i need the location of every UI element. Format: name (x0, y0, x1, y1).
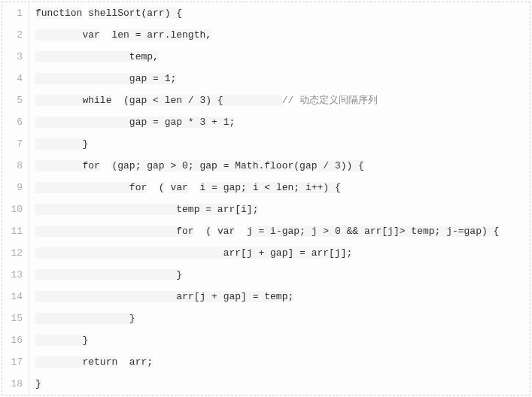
code-token: } (82, 138, 88, 150)
code-content: temp, (29, 46, 530, 68)
line-number: 16 (2, 329, 29, 351)
code-token (35, 117, 129, 128)
code-token: arr; (129, 356, 153, 368)
line-number: 3 (2, 46, 29, 68)
code-content: } (29, 329, 530, 351)
code-line: 2 var len = arr.length, (2, 24, 530, 46)
code-line: 1function shellSort(arr) { (2, 2, 530, 24)
code-token: var (170, 182, 187, 193)
code-content: } (29, 264, 530, 286)
line-number: 9 (2, 177, 29, 198)
code-token (100, 29, 112, 41)
code-token: while (82, 95, 111, 106)
code-line: 8 for (gap; gap > 0; gap = Math.floor(ga… (2, 155, 530, 177)
line-number: 14 (2, 286, 29, 308)
code-token (35, 29, 82, 41)
code-line: 4 gap = 1; (2, 68, 530, 89)
code-token (35, 313, 129, 324)
code-token: arr[j + gap] = arr[j]; (223, 247, 353, 259)
code-token (35, 138, 82, 150)
code-block: 1function shellSort(arr) {2 var len = ar… (2, 2, 530, 395)
code-line: 14 arr[j + gap] = temp; (2, 286, 530, 308)
code-content: } (29, 373, 530, 395)
code-token: for (82, 160, 99, 171)
line-number: 18 (2, 373, 29, 395)
code-token: } (176, 269, 182, 280)
code-token (35, 204, 176, 215)
line-number: 8 (2, 155, 29, 177)
code-content: gap = gap * 3 + 1; (29, 111, 530, 133)
code-token (35, 335, 82, 346)
code-line: 17 return arr; (2, 351, 530, 373)
code-token: temp = arr[i]; (176, 204, 258, 215)
code-content: function shellSort(arr) { (29, 2, 530, 24)
code-token: gap = 1; (129, 73, 176, 84)
code-token: return (82, 356, 117, 368)
line-number: 11 (2, 220, 29, 242)
code-token (35, 51, 129, 62)
code-token (35, 291, 176, 302)
code-token (35, 73, 129, 84)
code-token (100, 160, 112, 171)
code-token: } (35, 378, 41, 389)
code-token: temp, (129, 51, 159, 62)
code-line: 12 arr[j + gap] = arr[j]; (2, 242, 530, 264)
line-number: 2 (2, 24, 29, 46)
code-comment: // 动态定义间隔序列 (282, 95, 378, 106)
code-line: 15 } (2, 308, 530, 329)
code-content: } (29, 133, 530, 155)
code-token: arr[j + gap] = temp; (176, 291, 293, 302)
line-number: 1 (2, 2, 29, 24)
code-token: (gap; gap > 0; gap = Math.floor(gap / 3)… (111, 160, 363, 171)
code-content: } (29, 308, 530, 329)
code-token: function (35, 8, 82, 19)
line-number: 5 (2, 89, 29, 111)
code-line: 11 for ( var j = i-gap; j > 0 && arr[j]>… (2, 220, 530, 242)
code-line: 13 } (2, 264, 530, 286)
code-content: var len = arr.length, (29, 24, 530, 46)
code-line: 3 temp, (2, 46, 530, 68)
line-number: 13 (2, 264, 29, 286)
code-token: } (129, 313, 135, 324)
code-token (35, 356, 82, 368)
code-token (35, 160, 82, 171)
code-token (211, 226, 217, 237)
line-number: 6 (2, 111, 29, 133)
code-content: for (gap; gap > 0; gap = Math.floor(gap … (29, 155, 530, 177)
code-token (117, 356, 129, 368)
code-token: (arr) { (141, 8, 182, 19)
code-line: 6 gap = gap * 3 + 1; (2, 111, 530, 133)
code-token: for (129, 182, 147, 193)
code-token (188, 182, 200, 193)
line-number: 4 (2, 68, 29, 89)
code-content: temp = arr[i]; (29, 198, 530, 220)
code-line: 18} (2, 373, 530, 395)
code-token: gap = gap * 3 + 1; (129, 117, 235, 128)
code-token: ( (205, 226, 211, 237)
code-token: } (82, 335, 88, 346)
code-token (194, 226, 206, 237)
code-token: var (82, 29, 99, 41)
code-token (147, 182, 159, 193)
code-line: 16 } (2, 329, 530, 351)
line-number: 12 (2, 242, 29, 264)
code-line: 7 } (2, 133, 530, 155)
code-line: 5 while (gap < len / 3) { // 动态定义间隔序列 (2, 89, 530, 111)
code-token: i = gap; i < len; i++) { (199, 182, 340, 193)
code-token: ( (159, 182, 165, 193)
code-token: (gap < len / 3) { (123, 95, 282, 106)
code-content: arr[j + gap] = temp; (29, 286, 530, 308)
code-content: while (gap < len / 3) { // 动态定义间隔序列 (29, 89, 530, 111)
code-line: 10 temp = arr[i]; (2, 198, 530, 220)
line-number: 10 (2, 198, 29, 220)
code-token (35, 95, 82, 106)
code-token (35, 182, 129, 193)
code-token: var (217, 226, 235, 237)
code-content: arr[j + gap] = arr[j]; (29, 242, 530, 264)
code-token: shellSort (88, 8, 141, 19)
line-number: 17 (2, 351, 29, 373)
code-line: 9 for ( var i = gap; i < len; i++) { (2, 177, 530, 198)
code-token (35, 247, 223, 259)
code-token: for (176, 226, 193, 237)
code-token (35, 269, 176, 280)
